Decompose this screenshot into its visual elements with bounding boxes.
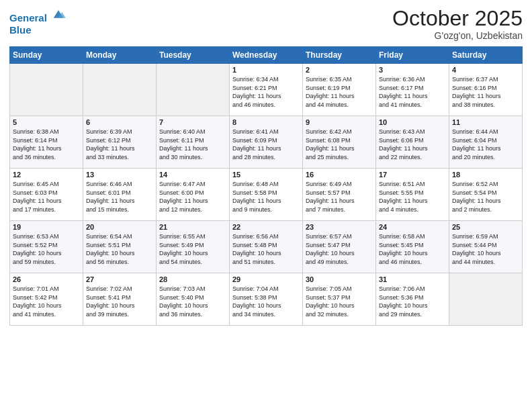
- week-row-1: 1Sunrise: 6:34 AM Sunset: 6:21 PM Daylig…: [10, 64, 523, 116]
- day-info: Sunrise: 6:58 AM Sunset: 5:45 PM Dayligh…: [379, 232, 446, 266]
- day-info: Sunrise: 6:46 AM Sunset: 6:01 PM Dayligh…: [86, 180, 153, 214]
- calendar-cell: 22Sunrise: 6:56 AM Sunset: 5:48 PM Dayli…: [230, 221, 303, 273]
- calendar-cell: 12Sunrise: 6:45 AM Sunset: 6:03 PM Dayli…: [10, 169, 83, 221]
- day-number: 10: [379, 118, 446, 126]
- calendar-cell: 2Sunrise: 6:35 AM Sunset: 6:19 PM Daylig…: [303, 64, 376, 116]
- calendar-cell: 7Sunrise: 6:40 AM Sunset: 6:11 PM Daylig…: [157, 116, 230, 169]
- day-info: Sunrise: 6:59 AM Sunset: 5:44 PM Dayligh…: [452, 232, 519, 266]
- day-info: Sunrise: 6:52 AM Sunset: 5:54 PM Dayligh…: [452, 180, 519, 214]
- header-monday: Monday: [83, 47, 157, 64]
- calendar-cell: 9Sunrise: 6:42 AM Sunset: 6:08 PM Daylig…: [303, 116, 376, 169]
- week-row-5: 26Sunrise: 7:01 AM Sunset: 5:42 PM Dayli…: [10, 273, 523, 326]
- day-number: 6: [86, 118, 153, 126]
- calendar-cell: 13Sunrise: 6:46 AM Sunset: 6:01 PM Dayli…: [83, 169, 157, 221]
- calendar-cell: [449, 273, 523, 326]
- calendar-cell: 24Sunrise: 6:58 AM Sunset: 5:45 PM Dayli…: [376, 221, 449, 273]
- day-info: Sunrise: 6:49 AM Sunset: 5:57 PM Dayligh…: [306, 180, 373, 214]
- day-info: Sunrise: 7:01 AM Sunset: 5:42 PM Dayligh…: [13, 285, 80, 318]
- day-info: Sunrise: 6:47 AM Sunset: 6:00 PM Dayligh…: [159, 180, 226, 214]
- calendar-cell: 11Sunrise: 6:44 AM Sunset: 6:04 PM Dayli…: [449, 116, 523, 169]
- calendar-cell: 10Sunrise: 6:43 AM Sunset: 6:06 PM Dayli…: [376, 116, 449, 169]
- day-number: 3: [379, 66, 446, 74]
- day-number: 15: [232, 171, 300, 179]
- calendar-cell: [157, 64, 230, 116]
- calendar-cell: 5Sunrise: 6:38 AM Sunset: 6:14 PM Daylig…: [10, 116, 83, 169]
- logo-icon: [51, 7, 66, 21]
- calendar-header-row: SundayMondayTuesdayWednesdayThursdayFrid…: [10, 47, 523, 64]
- calendar-cell: 29Sunrise: 7:04 AM Sunset: 5:38 PM Dayli…: [230, 273, 303, 326]
- page-container: General Blue October 2025 G'ozg'on, Uzbe…: [0, 0, 532, 330]
- day-number: 26: [13, 275, 80, 283]
- day-info: Sunrise: 7:06 AM Sunset: 5:36 PM Dayligh…: [379, 285, 446, 318]
- day-number: 29: [232, 275, 300, 283]
- day-number: 23: [306, 223, 373, 231]
- day-info: Sunrise: 6:42 AM Sunset: 6:08 PM Dayligh…: [306, 128, 373, 161]
- calendar-cell: 1Sunrise: 6:34 AM Sunset: 6:21 PM Daylig…: [230, 64, 303, 116]
- day-number: 22: [232, 223, 300, 231]
- day-info: Sunrise: 6:43 AM Sunset: 6:06 PM Dayligh…: [379, 128, 446, 161]
- calendar-cell: 16Sunrise: 6:49 AM Sunset: 5:57 PM Dayli…: [303, 169, 376, 221]
- calendar-cell: 23Sunrise: 6:57 AM Sunset: 5:47 PM Dayli…: [303, 221, 376, 273]
- calendar-cell: 8Sunrise: 6:41 AM Sunset: 6:09 PM Daylig…: [230, 116, 303, 169]
- week-row-4: 19Sunrise: 6:53 AM Sunset: 5:52 PM Dayli…: [10, 221, 523, 273]
- logo-line1: General: [9, 12, 47, 24]
- title-block: October 2025 G'ozg'on, Uzbekistan: [392, 7, 523, 41]
- day-number: 5: [13, 118, 80, 126]
- day-info: Sunrise: 6:35 AM Sunset: 6:19 PM Dayligh…: [306, 75, 373, 109]
- calendar-cell: 14Sunrise: 6:47 AM Sunset: 6:00 PM Dayli…: [157, 169, 230, 221]
- day-number: 13: [86, 171, 153, 179]
- day-number: 18: [452, 171, 519, 179]
- calendar-cell: 28Sunrise: 7:03 AM Sunset: 5:40 PM Dayli…: [157, 273, 230, 326]
- day-number: 16: [306, 171, 373, 179]
- week-row-2: 5Sunrise: 6:38 AM Sunset: 6:14 PM Daylig…: [10, 116, 523, 169]
- day-info: Sunrise: 7:02 AM Sunset: 5:41 PM Dayligh…: [86, 285, 153, 318]
- day-info: Sunrise: 6:44 AM Sunset: 6:04 PM Dayligh…: [452, 128, 519, 161]
- calendar-cell: 25Sunrise: 6:59 AM Sunset: 5:44 PM Dayli…: [449, 221, 523, 273]
- calendar-cell: 31Sunrise: 7:06 AM Sunset: 5:36 PM Dayli…: [376, 273, 449, 326]
- calendar-cell: 26Sunrise: 7:01 AM Sunset: 5:42 PM Dayli…: [10, 273, 83, 326]
- logo-text2: Blue: [9, 24, 66, 36]
- day-info: Sunrise: 6:45 AM Sunset: 6:03 PM Dayligh…: [13, 180, 80, 214]
- day-info: Sunrise: 6:53 AM Sunset: 5:52 PM Dayligh…: [13, 232, 80, 266]
- calendar-cell: 17Sunrise: 6:51 AM Sunset: 5:55 PM Dayli…: [376, 169, 449, 221]
- day-number: 8: [232, 118, 300, 126]
- day-info: Sunrise: 6:48 AM Sunset: 5:58 PM Dayligh…: [232, 180, 300, 214]
- calendar-table: SundayMondayTuesdayWednesdayThursdayFrid…: [9, 46, 523, 326]
- day-number: 19: [13, 223, 80, 231]
- day-number: 14: [159, 171, 226, 179]
- day-number: 25: [452, 223, 519, 231]
- day-info: Sunrise: 6:34 AM Sunset: 6:21 PM Dayligh…: [232, 75, 300, 109]
- day-number: 12: [13, 171, 80, 179]
- day-number: 31: [379, 275, 446, 283]
- day-number: 27: [86, 275, 153, 283]
- calendar-cell: [10, 64, 83, 116]
- header-tuesday: Tuesday: [157, 47, 230, 64]
- day-number: 7: [159, 118, 226, 126]
- day-info: Sunrise: 7:04 AM Sunset: 5:38 PM Dayligh…: [232, 285, 300, 318]
- page-header: General Blue October 2025 G'ozg'on, Uzbe…: [9, 7, 523, 41]
- logo: General Blue: [9, 7, 66, 36]
- day-number: 24: [379, 223, 446, 231]
- day-info: Sunrise: 7:03 AM Sunset: 5:40 PM Dayligh…: [159, 285, 226, 318]
- day-number: 28: [159, 275, 226, 283]
- day-info: Sunrise: 6:57 AM Sunset: 5:47 PM Dayligh…: [306, 232, 373, 266]
- calendar-cell: 15Sunrise: 6:48 AM Sunset: 5:58 PM Dayli…: [230, 169, 303, 221]
- header-friday: Friday: [376, 47, 449, 64]
- calendar-cell: 19Sunrise: 6:53 AM Sunset: 5:52 PM Dayli…: [10, 221, 83, 273]
- calendar-cell: 30Sunrise: 7:05 AM Sunset: 5:37 PM Dayli…: [303, 273, 376, 326]
- day-number: 21: [159, 223, 226, 231]
- calendar-cell: 4Sunrise: 6:37 AM Sunset: 6:16 PM Daylig…: [449, 64, 523, 116]
- header-thursday: Thursday: [303, 47, 376, 64]
- logo-text: General: [9, 7, 66, 24]
- header-saturday: Saturday: [449, 47, 523, 64]
- header-sunday: Sunday: [10, 47, 83, 64]
- calendar-cell: 20Sunrise: 6:54 AM Sunset: 5:51 PM Dayli…: [83, 221, 157, 273]
- calendar-cell: 6Sunrise: 6:39 AM Sunset: 6:12 PM Daylig…: [83, 116, 157, 169]
- day-info: Sunrise: 7:05 AM Sunset: 5:37 PM Dayligh…: [306, 285, 373, 318]
- day-info: Sunrise: 6:40 AM Sunset: 6:11 PM Dayligh…: [159, 128, 226, 161]
- header-wednesday: Wednesday: [230, 47, 303, 64]
- day-number: 11: [452, 118, 519, 126]
- day-info: Sunrise: 6:39 AM Sunset: 6:12 PM Dayligh…: [86, 128, 153, 161]
- day-number: 17: [379, 171, 446, 179]
- day-info: Sunrise: 6:55 AM Sunset: 5:49 PM Dayligh…: [159, 232, 226, 266]
